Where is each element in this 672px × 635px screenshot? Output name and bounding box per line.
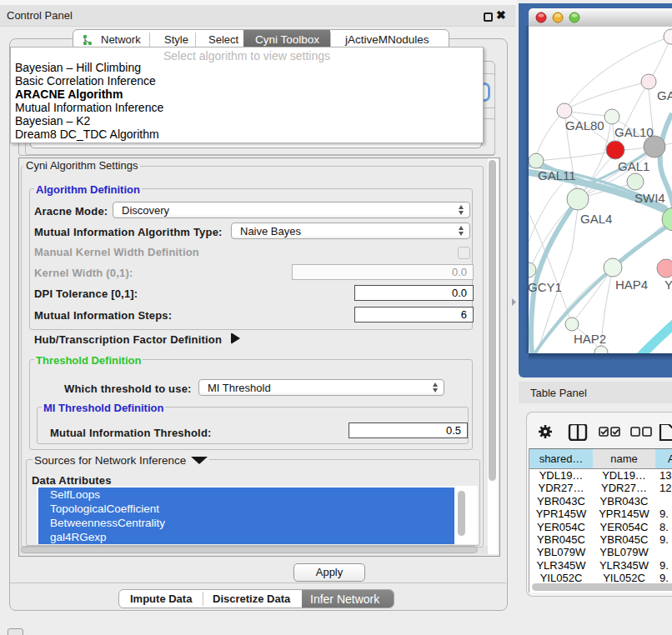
svg-text:GAL1: GAL1 bbox=[618, 159, 649, 173]
svg-text:GAL10: GAL10 bbox=[614, 125, 654, 139]
svg-text:HAP4: HAP4 bbox=[615, 278, 648, 292]
svg-text:YJ: YJ bbox=[664, 278, 672, 292]
svg-text:GAL7: GAL7 bbox=[657, 88, 672, 102]
svg-text:GAL11: GAL11 bbox=[538, 168, 576, 182]
svg-text:GCY1: GCY1 bbox=[529, 280, 562, 294]
svg-text:GAL4: GAL4 bbox=[580, 212, 612, 226]
svg-text:GAL80: GAL80 bbox=[565, 118, 604, 132]
svg-text:SWI4: SWI4 bbox=[634, 191, 665, 205]
svg-text:HAP2: HAP2 bbox=[574, 332, 606, 346]
